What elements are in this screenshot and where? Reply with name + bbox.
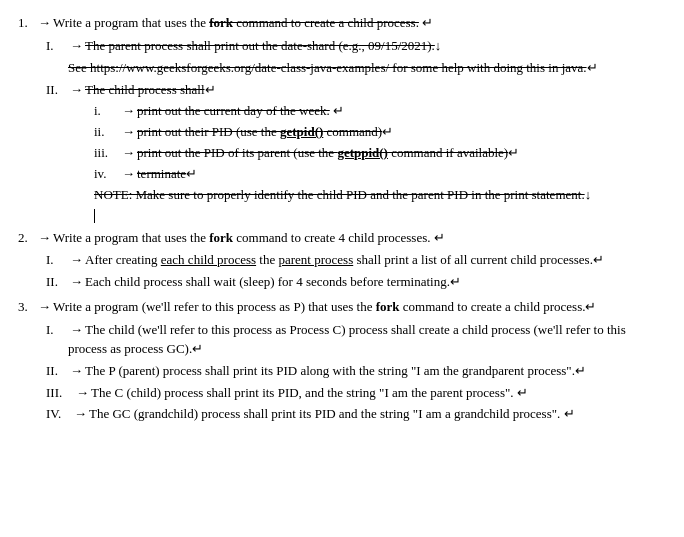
sub3-III-text: The C (child) process shall print its PI… bbox=[74, 384, 528, 403]
section-1-sub-1: I. The parent process shall print out th… bbox=[18, 37, 666, 78]
arrow-icon bbox=[68, 363, 85, 378]
each-child-process: each child process bbox=[161, 252, 256, 267]
arrow-icon bbox=[74, 385, 91, 400]
document-content: 1. Write a program that uses the fork co… bbox=[18, 14, 666, 424]
sub2-I-text: After creating each child process the pa… bbox=[68, 251, 604, 270]
note-block: NOTE: Make sure to properly identify the… bbox=[94, 186, 666, 205]
parent-process: parent process bbox=[278, 252, 353, 267]
sub3-num-IV: IV. bbox=[46, 405, 72, 424]
section-1-sub-2-heading: II. The child process shall↵ bbox=[46, 81, 666, 100]
sub2-num-I: I. bbox=[46, 251, 68, 270]
sub-I-text: The parent process shall print out the d… bbox=[68, 37, 441, 56]
arrow-icon bbox=[120, 166, 137, 181]
section-2-text: Write a program that uses the fork comma… bbox=[36, 229, 445, 248]
fork-text-strike: fork command to create a child process. bbox=[209, 15, 419, 30]
item-iv-strike: terminate bbox=[137, 166, 186, 181]
sub-sub-num-iii: iii. bbox=[94, 144, 120, 163]
arrow-icon bbox=[72, 406, 89, 421]
sub3-I-text: The child (we'll refer to this process a… bbox=[68, 321, 666, 359]
section-1-text: Write a program that uses the fork comma… bbox=[36, 14, 433, 33]
arrow-icon bbox=[68, 38, 85, 53]
section-3-sub-3-row: III. The C (child) process shall print i… bbox=[46, 384, 666, 403]
arrow-icon bbox=[68, 322, 85, 337]
section-2-sub-2: II. Each child process shall wait (sleep… bbox=[18, 273, 666, 292]
section-1-sub-1-heading: I. The parent process shall print out th… bbox=[46, 37, 666, 56]
fork-bold-2: fork bbox=[209, 230, 233, 245]
fork-bold-3: fork bbox=[376, 299, 400, 314]
section-3-sub-3: III. The C (child) process shall print i… bbox=[18, 384, 666, 403]
arrow-icon bbox=[68, 274, 85, 289]
sub-item-iv-text: terminate↵ bbox=[120, 165, 197, 184]
section-3-sub-2-row: II. The P (parent) process shall print i… bbox=[46, 362, 666, 381]
arrow-icon bbox=[36, 299, 53, 314]
note-text: NOTE: Make sure to properly identify the… bbox=[94, 187, 585, 202]
section-3-sub-1: I. The child (we'll refer to this proces… bbox=[18, 321, 666, 359]
section-1-heading: 1. Write a program that uses the fork co… bbox=[18, 14, 666, 33]
sub-item-ii: ii. print out their PID (use the getpid(… bbox=[94, 123, 666, 142]
sub3-II-text: The P (parent) process shall print its P… bbox=[68, 362, 586, 381]
getppid-command: getppid() bbox=[337, 145, 388, 160]
text-cursor bbox=[94, 209, 95, 223]
section-1-num: 1. bbox=[18, 14, 36, 33]
sub2-num-II: II. bbox=[46, 273, 68, 292]
sub-sub-num-i: i. bbox=[94, 102, 120, 121]
sub-num-II: II. bbox=[46, 81, 68, 100]
section-3-sub-1-row: I. The child (we'll refer to this proces… bbox=[46, 321, 666, 359]
sub-item-iii: iii. print out the PID of its parent (us… bbox=[94, 144, 666, 163]
sub-item-iv: iv. terminate↵ bbox=[94, 165, 666, 184]
item-iii-strike: print out the PID of its parent (use the… bbox=[137, 145, 508, 160]
section-1: 1. Write a program that uses the fork co… bbox=[18, 14, 666, 223]
arrow-icon bbox=[120, 124, 137, 139]
sub-I-strike: The parent process shall print out the d… bbox=[85, 38, 435, 53]
sub3-num-III: III. bbox=[46, 384, 74, 403]
arrow-icon bbox=[120, 145, 137, 160]
item-i-strike: print out the current day of the week. bbox=[137, 103, 330, 118]
item-ii-strike: print out their PID (use the getpid() co… bbox=[137, 124, 382, 139]
section-3-num: 3. bbox=[18, 298, 36, 317]
section-1-sub-1-continuation: See https://www.geeksforgeeks.org/date-c… bbox=[46, 59, 666, 78]
sub-item-i-text: print out the current day of the week. ↵ bbox=[120, 102, 344, 121]
sub-item-ii-text: print out their PID (use the getpid() co… bbox=[120, 123, 393, 142]
sub3-num-I: I. bbox=[46, 321, 68, 359]
sub3-IV-text: The GC (grandchild) process shall print … bbox=[72, 405, 575, 424]
sub-II-strike: The child process shall bbox=[85, 82, 205, 97]
sub-sub-num-iv: iv. bbox=[94, 165, 120, 184]
section-2: 2. Write a program that uses the fork co… bbox=[18, 229, 666, 293]
arrow-icon bbox=[68, 82, 85, 97]
sub-sub-num-ii: ii. bbox=[94, 123, 120, 142]
sub2-II-text: Each child process shall wait (sleep) fo… bbox=[68, 273, 461, 292]
cursor-line bbox=[94, 209, 666, 223]
arrow-icon bbox=[36, 15, 53, 30]
sub3-num-II: II. bbox=[46, 362, 68, 381]
section-3-text: Write a program (we'll refer to this pro… bbox=[36, 298, 597, 317]
sub-item-iii-text: print out the PID of its parent (use the… bbox=[120, 144, 519, 163]
continuation-text: See https://www.geeksforgeeks.org/date-c… bbox=[68, 59, 587, 78]
fork-bold: fork bbox=[209, 15, 233, 30]
sub-item-i: i. print out the current day of the week… bbox=[94, 102, 666, 121]
section-2-sub-2-row: II. Each child process shall wait (sleep… bbox=[46, 273, 666, 292]
sub-II-text: The child process shall↵ bbox=[68, 81, 216, 100]
getpid-command: getpid() bbox=[280, 124, 323, 139]
section-3: 3. Write a program (we'll refer to this … bbox=[18, 298, 666, 424]
section-3-sub-4-row: IV. The GC (grandchild) process shall pr… bbox=[46, 405, 666, 424]
arrow-icon bbox=[36, 230, 53, 245]
section-3-sub-4: IV. The GC (grandchild) process shall pr… bbox=[18, 405, 666, 424]
section-3-heading: 3. Write a program (we'll refer to this … bbox=[18, 298, 666, 317]
arrow-icon bbox=[68, 252, 85, 267]
section-3-sub-2: II. The P (parent) process shall print i… bbox=[18, 362, 666, 381]
section-2-sub-1: I. After creating each child process the… bbox=[18, 251, 666, 270]
sub-num-I: I. bbox=[46, 37, 68, 56]
section-2-heading: 2. Write a program that uses the fork co… bbox=[18, 229, 666, 248]
section-1-sub-2: II. The child process shall↵ i. print ou… bbox=[18, 81, 666, 223]
section-2-sub-1-row: I. After creating each child process the… bbox=[46, 251, 666, 270]
arrow-icon bbox=[120, 103, 137, 118]
section-2-num: 2. bbox=[18, 229, 36, 248]
